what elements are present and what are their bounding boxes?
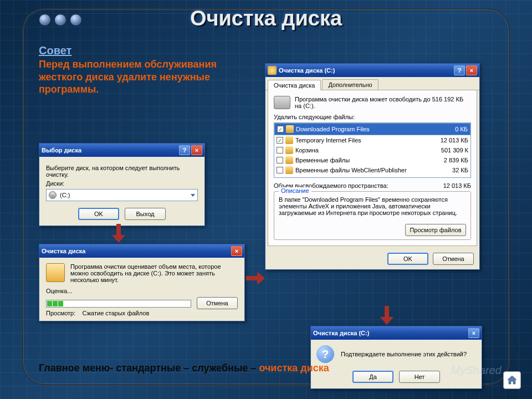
file-name: Downloaded Program Files	[296, 126, 428, 132]
file-icon	[285, 146, 293, 154]
file-icon	[285, 156, 293, 164]
arrow-down-icon	[111, 224, 126, 244]
app-icon	[268, 66, 277, 75]
file-size: 2 839 КБ	[431, 157, 468, 163]
prompt-text: Выберите диск, на котором следует выполн…	[46, 165, 198, 178]
confirm-message: Подтверждаете выполнение этих действий?	[341, 351, 476, 357]
checkbox[interactable]: ✓	[277, 126, 284, 132]
tip-block: Совет Перед выполнением обслуживания жес…	[39, 44, 233, 96]
tip-heading: Совет	[39, 44, 233, 57]
checkbox[interactable]	[277, 147, 283, 154]
chevron-down-icon	[191, 194, 195, 197]
file-list-item[interactable]: ✓Downloaded Program Files0 КБ	[274, 123, 470, 135]
slide-title: Очистка диска	[0, 7, 532, 30]
file-size: 0 КБ	[430, 126, 468, 132]
progress-dialog: Очистка диска × Программа очистки оценив…	[39, 244, 245, 321]
field-label: Диски:	[46, 180, 198, 187]
confirm-dialog: Очистка диска (C:) × ? Подтверждаете вып…	[310, 326, 482, 389]
file-name: Временные файлы WebClient/Publisher	[295, 167, 428, 173]
arrow-right-icon	[246, 270, 266, 286]
cleanup-icon	[46, 263, 65, 282]
close-button[interactable]: ×	[231, 246, 242, 256]
dialog-title: Выбор диска	[42, 147, 81, 154]
free-value: 12 013 КБ	[443, 182, 471, 189]
file-size: 501 309 К	[431, 147, 468, 154]
dialog-title: Очистка диска (C:)	[279, 67, 335, 74]
tab-bar: Очистка диска Дополнительно	[265, 77, 479, 90]
file-list-item[interactable]: Временные файлы WebClient/Publisher32 КБ	[274, 165, 470, 175]
file-list-item[interactable]: ✓Temporary Internet Files12 013 КБ	[274, 135, 470, 145]
dialog-title: Очистка диска	[42, 248, 85, 254]
file-name: Корзина	[295, 147, 428, 154]
file-size: 12 013 КБ	[431, 137, 468, 144]
close-button[interactable]: ×	[191, 145, 202, 155]
home-button[interactable]	[503, 371, 521, 389]
no-button[interactable]: Нет	[399, 371, 440, 383]
help-button[interactable]: ?	[179, 145, 190, 155]
home-icon	[507, 375, 518, 386]
drive-value: (C:)	[60, 192, 191, 198]
file-icon	[285, 136, 293, 144]
file-name: Временные файлы	[295, 157, 428, 163]
progress-bar	[46, 300, 191, 308]
dialog-title: Очистка диска (C:)	[313, 330, 369, 336]
tip-body: Перед выполнением обслуживания жесткого …	[39, 58, 233, 96]
intro-text: Программа очистки диска может освободить…	[295, 96, 471, 109]
cleanup-dialog: Очистка диска (C:) ? × Очистка диска Доп…	[265, 63, 480, 270]
yes-button[interactable]: Да	[352, 371, 393, 383]
scan-value: Сжатие старых файлов	[83, 310, 150, 316]
desc-body: В папке "Downloaded Program Files" време…	[279, 196, 466, 216]
drive-select[interactable]: (C:)	[46, 189, 198, 201]
file-icon	[286, 125, 294, 133]
close-button[interactable]: ×	[466, 65, 477, 75]
scan-label: Просмотр:	[46, 310, 75, 316]
disk-icon	[49, 191, 57, 199]
ok-button[interactable]: OK	[78, 208, 119, 220]
file-size: 32 КБ	[431, 167, 468, 173]
view-files-button[interactable]: Просмотр файлов	[405, 224, 466, 236]
file-list-item[interactable]: Временные файлы2 839 КБ	[274, 155, 470, 165]
arrow-down-icon	[379, 306, 395, 326]
tab-advanced[interactable]: Дополнительно	[322, 79, 378, 90]
titlebar: Очистка диска ×	[39, 244, 244, 258]
cancel-button[interactable]: Отмена	[197, 297, 238, 309]
checkbox[interactable]	[277, 167, 283, 173]
select-disk-dialog: Выбор диска ? × Выберите диск, на которо…	[39, 143, 205, 226]
path-plain: Главное меню- стандартные – служебные –	[39, 362, 259, 374]
titlebar: Очистка диска (C:) ? ×	[265, 64, 479, 77]
file-name: Temporary Internet Files	[295, 137, 428, 144]
tab-cleanup[interactable]: Очистка диска	[268, 80, 321, 90]
checkbox[interactable]: ✓	[277, 137, 283, 144]
stage-label: Оценка...	[46, 288, 238, 294]
exit-button[interactable]: Выход	[125, 208, 166, 220]
menu-path: Главное меню- стандартные – служебные – …	[39, 362, 329, 374]
desc-heading: Описание	[279, 187, 311, 194]
file-list[interactable]: ✓Downloaded Program Files0 КБ✓Temporary …	[274, 122, 471, 178]
path-accent: очистка диска	[259, 362, 329, 374]
checkbox[interactable]	[277, 157, 283, 163]
help-button[interactable]: ?	[454, 65, 465, 75]
titlebar: Выбор диска ? ×	[39, 144, 204, 157]
list-label: Удалить следующие файлы:	[274, 114, 471, 120]
file-list-item[interactable]: Корзина501 309 К	[274, 145, 470, 155]
titlebar: Очистка диска (C:) ×	[311, 326, 482, 340]
ok-button[interactable]: OK	[387, 253, 428, 265]
question-icon: ?	[316, 345, 334, 363]
cancel-button[interactable]: Отмена	[433, 253, 474, 265]
progress-message: Программа очистки оценивает объем места,…	[70, 263, 238, 283]
close-button[interactable]: ×	[468, 328, 479, 338]
drive-icon	[274, 96, 290, 109]
file-icon	[285, 166, 293, 174]
